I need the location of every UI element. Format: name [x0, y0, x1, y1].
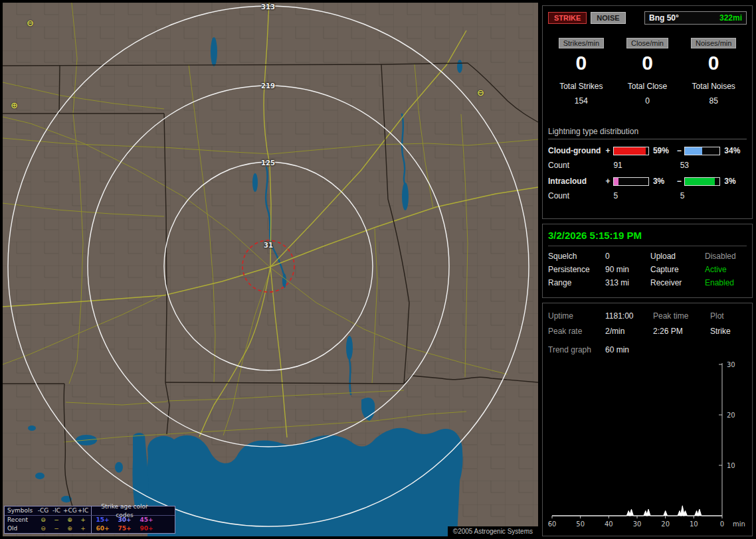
receiver-label: Receiver — [650, 276, 705, 289]
bearing-range-display: Bng 50° 322mi — [644, 11, 747, 25]
svg-text:30: 30 — [727, 361, 735, 368]
cg-plus-pct: 59% — [653, 146, 676, 155]
svg-text:50: 50 — [576, 520, 585, 528]
range-value: 313 mi — [605, 276, 650, 289]
close-counter-column: Close/min 0 Total Close 0 — [614, 38, 681, 106]
pos-cg-icon: ⊕ — [63, 524, 76, 533]
pos-ic-icon: + — [76, 516, 90, 524]
peak-rate-label: Peak rate — [548, 324, 605, 339]
svg-text:60: 60 — [548, 520, 556, 528]
stats-row: Uptime 1181:00 Peak time Plot — [548, 309, 747, 324]
range-ring-label: 219 — [261, 82, 275, 90]
range-ring-label: 313 — [261, 3, 275, 11]
pos-ic-icon: + — [76, 524, 90, 533]
capture-status: Active — [705, 263, 747, 276]
settings-row: Range 313 mi Receiver Enabled — [548, 276, 747, 289]
svg-text:min: min — [733, 520, 745, 528]
age-code: 90+ — [136, 524, 157, 533]
cloud-ground-label: Cloud-ground — [548, 146, 604, 155]
neg-cg-icon: ⊖ — [37, 516, 50, 524]
cg-minus-pct: 34% — [724, 146, 747, 155]
legend-col-neg-ic: -IC — [50, 506, 63, 515]
upload-label: Upload — [650, 250, 705, 263]
total-noises-value: 85 — [680, 96, 747, 106]
range-ring-label: 31 — [264, 242, 273, 249]
strikes-per-min-value: 0 — [548, 52, 614, 74]
svg-text:10: 10 — [727, 462, 735, 469]
age-code: 60+ — [92, 524, 114, 533]
age-code: 15+ — [92, 516, 114, 524]
svg-text:30: 30 — [633, 520, 642, 528]
ic-minus-pct: 3% — [724, 177, 747, 186]
datetime-display: 3/2/2026 5:15:19 PM — [548, 230, 747, 241]
plot-label: Plot — [710, 309, 747, 324]
peak-time-value: 2:26 PM — [653, 324, 710, 339]
distribution-title: Lightning type distribution — [548, 127, 747, 139]
neg-cg-strike-icon: ⊖ — [27, 19, 34, 27]
ic-plus-count: 5 — [613, 191, 680, 200]
svg-text:0: 0 — [720, 520, 724, 528]
strike-button[interactable]: STRIKE — [548, 12, 587, 24]
ic-minus-count: 5 — [680, 191, 747, 200]
total-noises-label: Total Noises — [680, 82, 747, 91]
plus-sign: + — [604, 177, 611, 186]
noise-button[interactable]: NOISE — [591, 12, 625, 24]
cg-plus-count: 91 — [613, 161, 680, 170]
cg-plus-bar — [613, 147, 649, 155]
cloud-ground-row: Cloud-ground + 59% − 34% — [548, 146, 747, 155]
trend-graph-window: 60 min — [605, 345, 653, 355]
neg-cg-strike-icon: ⊖ — [477, 88, 484, 97]
noises-counter-column: Noises/min 0 Total Noises 85 — [680, 38, 747, 106]
ic-plus-bar — [613, 177, 649, 186]
total-close-label: Total Close — [614, 82, 681, 91]
age-code: 45+ — [136, 516, 157, 524]
uptime-value: 1181:00 — [605, 309, 653, 324]
map-panel: 313 219 125 31 Symbols -CG -IC +CG +IC S… — [3, 3, 538, 536]
total-close-value: 0 — [614, 96, 681, 106]
cloud-ground-count-row: Count 91 53 — [548, 161, 747, 170]
noises-per-min-button[interactable]: Noises/min — [691, 38, 736, 48]
svg-text:20: 20 — [661, 520, 670, 528]
receiver-status: Enabled — [705, 276, 747, 289]
legend-col-pos-ic: +IC — [76, 506, 90, 515]
pos-cg-icon: ⊕ — [63, 516, 76, 524]
peak-time-label: Peak time — [653, 309, 710, 324]
map-legend: Symbols -CG -IC +CG +IC Strike age color… — [4, 506, 175, 534]
capture-label: Capture — [650, 263, 705, 276]
persistence-label: Persistence — [548, 263, 605, 276]
count-label: Count — [548, 161, 613, 170]
close-per-min-value: 0 — [614, 52, 681, 74]
trend-graph-header: Trend graph 60 min — [548, 345, 747, 355]
bearing-range-value: 322mi — [719, 13, 742, 23]
strikes-per-min-button[interactable]: Strikes/min — [559, 38, 604, 48]
legend-row-old-label: Old — [5, 524, 37, 533]
legend-col-neg-cg: -CG — [37, 506, 50, 515]
plot-value: Strike — [710, 324, 747, 339]
close-per-min-button[interactable]: Close/min — [626, 38, 668, 48]
intracloud-label: Intracloud — [548, 177, 604, 186]
plus-sign: + — [604, 146, 611, 155]
minus-sign: − — [676, 146, 683, 155]
peak-rate-value: 2/min — [605, 324, 653, 339]
total-strikes-value: 154 — [548, 96, 614, 106]
trend-graph: 6050403020100min302010 — [548, 359, 747, 529]
intracloud-row: Intracloud + 3% − 3% — [548, 177, 747, 186]
count-label: Count — [548, 191, 613, 200]
neg-cg-icon: ⊖ — [37, 524, 50, 533]
trend-graph-label: Trend graph — [548, 345, 605, 355]
svg-text:40: 40 — [605, 520, 613, 528]
bearing-label: Bng 50° — [649, 13, 679, 23]
stats-row: Peak rate 2/min 2:26 PM Strike — [548, 324, 747, 339]
receiver-settings-panel: 3/2/2026 5:15:19 PM Squelch 0 Upload Dis… — [542, 224, 753, 298]
trend-stats-panel: Uptime 1181:00 Peak time Plot Peak rate … — [542, 303, 753, 536]
ic-minus-bar — [684, 177, 720, 186]
total-strikes-label: Total Strikes — [548, 82, 614, 91]
range-ring-label: 125 — [261, 159, 275, 167]
strikes-counter-column: Strikes/min 0 Total Strikes 154 — [548, 38, 614, 106]
pos-cg-strike-icon: ⊕ — [11, 101, 18, 110]
ic-plus-pct: 3% — [653, 177, 676, 186]
svg-text:20: 20 — [727, 412, 735, 419]
squelch-label: Squelch — [548, 250, 605, 263]
range-label: Range — [548, 276, 605, 289]
neg-ic-icon: − — [50, 516, 63, 524]
